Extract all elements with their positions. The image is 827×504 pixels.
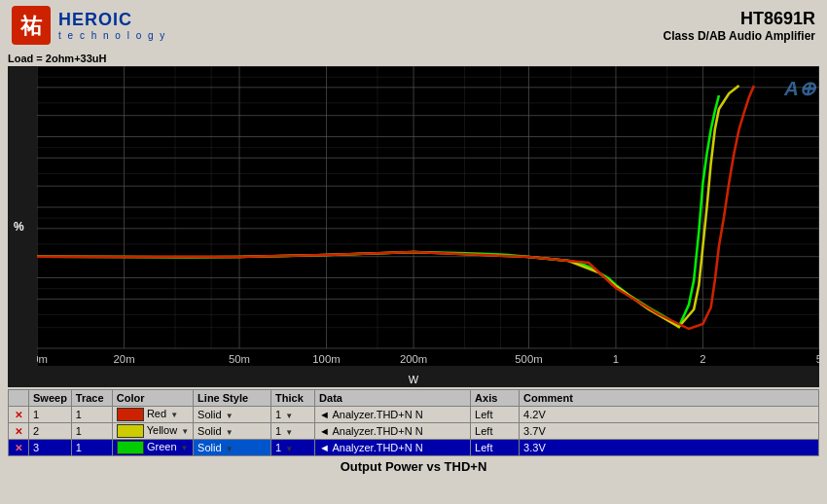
product-desc: Class D/AB Audio Amplifier [664,29,815,43]
svg-text:20m: 20m [114,353,135,365]
row1-check[interactable]: ✕ [9,407,29,423]
logo-heroic-text: HEROIC [58,10,166,30]
row1-color-label: Red [147,408,166,419]
svg-text:500m: 500m [515,353,542,365]
header: 祐 HEROIC t e c h n o l o g y HT8691R Cla… [0,0,827,51]
row2-linestyle[interactable]: Solid ▼ [194,423,271,440]
row2-thick: 1 ▼ [271,423,315,440]
col-header-check [9,390,29,407]
row3-check[interactable]: ✕ [9,440,29,456]
col-header-linestyle: Line Style [194,390,271,407]
row2-check[interactable]: ✕ [9,423,29,440]
row1-axis: Left [471,407,520,423]
svg-text:1: 1 [613,353,619,365]
row2-axis: Left [471,423,520,440]
row1-trace: 1 [71,407,112,423]
table-row[interactable]: ✕ 3 1 Green ▼ Solid ▼ 1 ▼ ◄ Analyzer.THD… [9,440,819,456]
svg-text:5: 5 [816,353,819,365]
svg-text:祐: 祐 [19,14,43,38]
col-header-trace: Trace [71,390,112,407]
row1-data[interactable]: ◄ Analyzer.THD+N N [315,407,471,423]
row3-sweep: 3 [29,440,72,456]
table-row[interactable]: ✕ 2 1 Yellow ▼ Solid ▼ 1 ▼ ◄ Analyzer.TH… [9,423,819,440]
row2-trace: 1 [71,423,112,440]
svg-text:100m: 100m [312,353,340,365]
svg-text:50m: 50m [229,353,250,365]
data-table: Sweep Trace Color Line Style Thick Data … [8,389,819,456]
row3-comment: 3.3V [520,440,819,456]
col-header-color: Color [112,390,193,407]
heroic-logo-icon: 祐 [12,6,51,45]
row2-sweep: 2 [29,423,72,440]
row2-color-dropdown-arrow[interactable]: ▼ [181,427,189,436]
row3-color-dropdown-arrow[interactable]: ▼ [181,444,189,452]
row2-data[interactable]: ◄ Analyzer.THD+N N [315,423,471,440]
table-row[interactable]: ✕ 1 1 Red ▼ Solid ▼ 1 ▼ ◄ Analyzer.THD+N… [9,407,819,423]
load-label: Load = 2ohm+33uH [0,51,827,66]
row3-linestyle-arrow[interactable]: ▼ [226,445,234,453]
y-axis-label: % [14,220,24,234]
row3-axis: Left [471,440,520,456]
svg-text:A⊕: A⊕ [783,78,816,99]
row3-data-arrow[interactable]: ◄ [319,442,330,453]
row2-color[interactable]: Yellow ▼ [112,423,193,440]
row1-color[interactable]: Red ▼ [112,407,193,423]
table-container: Sweep Trace Color Line Style Thick Data … [8,389,819,456]
x-axis-label: W [409,374,418,385]
row3-linestyle[interactable]: Solid ▼ [194,440,271,456]
chart-area: 100 50 20 10 5 2 1 0.5 0.2 0.1 0.05 0.01… [37,66,819,366]
col-header-thick: Thick [271,390,315,407]
col-header-data: Data [315,390,471,407]
product-model: HT8691R [664,9,815,29]
chart-svg: 100 50 20 10 5 2 1 0.5 0.2 0.1 0.05 0.01… [37,66,819,366]
product-info: HT8691R Class D/AB Audio Amplifier [664,9,815,43]
row1-sweep: 1 [29,407,72,423]
svg-text:10m: 10m [37,353,48,365]
row3-color[interactable]: Green ▼ [112,440,193,456]
row1-x-button[interactable]: ✕ [13,410,24,421]
chart-title: Output Power vs THD+N [0,456,827,476]
row3-color-label: Green [147,441,177,452]
row1-thick: 1 ▼ [271,407,315,423]
row2-x-button[interactable]: ✕ [13,426,24,438]
chart-container: % [8,66,819,387]
row3-thick: 1 ▼ [271,440,315,456]
logo-area: 祐 HEROIC t e c h n o l o g y [12,6,166,45]
row2-color-label: Yellow [147,424,177,436]
col-header-axis: Axis [471,390,520,407]
svg-rect-7 [37,66,819,366]
row3-data[interactable]: ◄ Analyzer.THD+N N [315,440,471,456]
logo-text: HEROIC t e c h n o l o g y [58,10,166,41]
logo-tech-text: t e c h n o l o g y [58,30,166,41]
row3-trace: 1 [71,440,112,456]
row3-x-button[interactable]: ✕ [13,443,24,454]
svg-text:200m: 200m [400,353,427,365]
row1-color-dropdown-arrow[interactable]: ▼ [170,411,178,419]
row2-data-arrow[interactable]: ◄ [319,425,330,437]
row2-comment: 3.7V [520,423,819,440]
row1-linestyle-arrow[interactable]: ▼ [226,412,234,420]
col-header-comment: Comment [520,390,819,407]
row1-comment: 4.2V [520,407,819,423]
row2-linestyle-arrow[interactable]: ▼ [226,428,234,437]
row1-linestyle[interactable]: Solid ▼ [194,407,271,423]
col-header-sweep: Sweep [29,390,72,407]
svg-text:2: 2 [700,353,705,365]
row1-data-arrow[interactable]: ◄ [319,409,330,420]
